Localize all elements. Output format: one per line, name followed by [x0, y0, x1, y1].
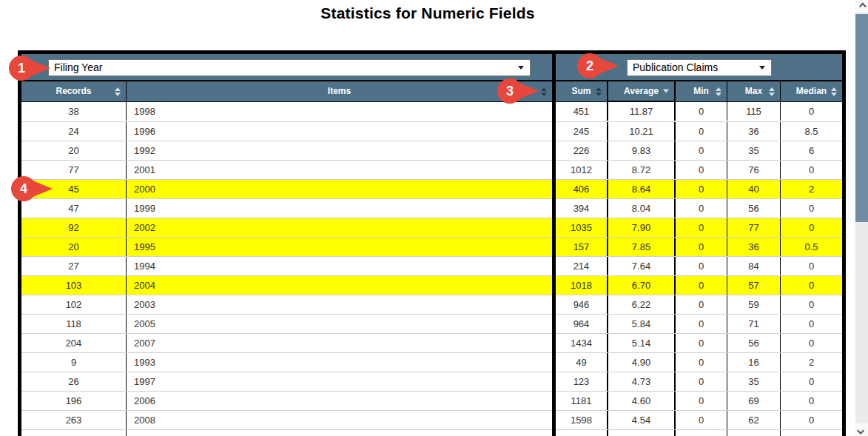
stat-select[interactable]: Publication Claims: [627, 59, 772, 76]
table-row[interactable]: 10357.900770: [556, 218, 842, 237]
items-cell: 1994: [127, 257, 552, 275]
table-row[interactable]: 24510.210368.5: [556, 121, 842, 141]
table-row[interactable]: 772001: [21, 160, 552, 179]
table-row[interactable]: 2042007: [21, 333, 552, 352]
median-cell: 6: [781, 141, 842, 160]
right-panel: Publication Claims SumAverageMinMaxMedia…: [556, 54, 842, 436]
max-cell: 59: [727, 295, 781, 314]
sum-sort-both-icon: [596, 87, 602, 96]
min-cell: 0: [676, 411, 727, 429]
table-row[interactable]: 201995: [21, 237, 552, 256]
column-header-records-label: Records: [55, 86, 91, 96]
average-cell: 11.87: [607, 102, 676, 121]
table-row[interactable]: 3948.040560: [556, 198, 842, 218]
median-cell: 0: [781, 199, 842, 218]
table-row[interactable]: 201992: [21, 141, 552, 160]
table-row[interactable]: 9466.220590: [556, 295, 842, 314]
sum-cell: 946: [556, 295, 607, 314]
table-row[interactable]: 241996: [21, 121, 552, 141]
scroll-up-button[interactable]: [855, 0, 868, 13]
items-cell: 2009: [127, 430, 552, 436]
records-cell: 27: [21, 257, 127, 275]
items-cell: 2005: [127, 315, 552, 333]
table-row[interactable]: 1962006: [21, 391, 552, 410]
table-row[interactable]: 15784.310470: [556, 429, 842, 436]
records-cell: 45: [21, 180, 127, 198]
items-cell: 2004: [127, 276, 552, 295]
min-cell: 0: [676, 257, 727, 275]
column-header-average-label: Average: [624, 86, 659, 96]
table-row[interactable]: 2632008: [21, 410, 552, 429]
average-sort-desc-icon: [663, 90, 669, 93]
sum-cell: 245: [556, 122, 607, 141]
table-row[interactable]: 471999: [21, 198, 552, 218]
median-cell: 0: [781, 392, 842, 410]
scrollbar-thumb[interactable]: [855, 14, 868, 222]
column-header-records[interactable]: Records: [21, 81, 127, 102]
table-row[interactable]: 91993: [21, 352, 552, 372]
max-cell: 71: [727, 315, 781, 333]
average-cell: 6.22: [607, 295, 676, 314]
table-row[interactable]: 10128.720760: [556, 160, 842, 179]
min-cell: 0: [676, 392, 727, 410]
table-row[interactable]: 15984.540620: [556, 410, 842, 429]
column-header-items[interactable]: Items: [127, 81, 552, 102]
records-cell: 47: [21, 199, 127, 218]
table-row[interactable]: 10186.700570: [556, 275, 842, 295]
column-header-average[interactable]: Average: [607, 81, 676, 102]
table-row[interactable]: 1182005: [21, 314, 552, 333]
table-row[interactable]: 1577.850360.5: [556, 237, 842, 256]
table-row[interactable]: 11814.600690: [556, 391, 842, 410]
median-cell: 8.5: [781, 122, 842, 141]
column-header-median[interactable]: Median: [781, 81, 842, 102]
records-cell: 9: [21, 353, 127, 372]
table-row[interactable]: 922002: [21, 218, 552, 237]
min-cell: 0: [676, 238, 727, 256]
table-row[interactable]: 9645.840710: [556, 314, 842, 333]
items-cell: 2003: [127, 295, 552, 314]
min-cell: 0: [676, 199, 727, 218]
average-cell: 9.83: [607, 141, 676, 160]
table-row[interactable]: 271994: [21, 256, 552, 275]
table-row[interactable]: 1032004: [21, 275, 552, 295]
min-cell: 0: [676, 102, 727, 121]
max-cell: 56: [727, 334, 781, 352]
min-sort-both-icon: [716, 87, 721, 96]
max-cell: 69: [727, 392, 781, 410]
column-header-min[interactable]: Min: [676, 81, 727, 102]
stat-select-value: Publication Claims: [633, 61, 718, 73]
column-header-sum[interactable]: Sum: [556, 81, 607, 102]
min-cell: 0: [676, 315, 727, 333]
column-header-sum-label: Sum: [571, 86, 591, 96]
page-title: Statistics for Numeric Fields: [0, 4, 855, 22]
table-row[interactable]: 2147.640840: [556, 256, 842, 275]
table-row[interactable]: 381998: [21, 102, 552, 121]
table-row[interactable]: 452000: [21, 179, 552, 198]
table-row[interactable]: 45111.8701150: [556, 102, 842, 121]
table-row[interactable]: 2269.830356: [556, 141, 842, 160]
items-cell: 2001: [127, 161, 552, 179]
average-cell: 4.73: [607, 372, 676, 391]
max-cell: 16: [727, 353, 781, 372]
records-cell: 92: [21, 218, 127, 237]
max-cell: 57: [727, 276, 781, 295]
records-cell: 103: [21, 276, 127, 295]
min-cell: 0: [676, 122, 727, 141]
table-row[interactable]: 1234.730350: [556, 372, 842, 391]
table-row[interactable]: 494.900162: [556, 352, 842, 372]
field-select[interactable]: Filing Year: [48, 59, 531, 76]
scroll-down-button[interactable]: [855, 423, 868, 436]
table-row[interactable]: 14345.140560: [556, 333, 842, 352]
column-header-max[interactable]: Max: [727, 81, 781, 102]
table-row[interactable]: 261997: [21, 372, 552, 391]
median-cell: 0: [781, 334, 842, 352]
left-toolbar: Filing Year: [21, 54, 552, 81]
records-sort-both-icon: [115, 87, 121, 96]
table-row[interactable]: 4068.640402: [556, 179, 842, 198]
min-cell: 0: [676, 276, 727, 295]
vertical-scrollbar[interactable]: [855, 0, 868, 436]
max-cell: 84: [727, 257, 781, 275]
table-row[interactable]: 3662009: [21, 429, 552, 436]
average-cell: 5.14: [607, 334, 676, 352]
table-row[interactable]: 1022003: [21, 295, 552, 314]
